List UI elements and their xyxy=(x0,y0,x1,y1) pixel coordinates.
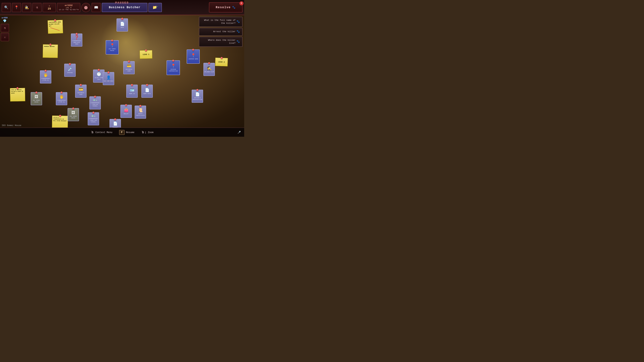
photo1-icon: 🖼 xyxy=(34,95,38,99)
fp-analysis-label: FINGERPRINT ANALYSIS IDEA xyxy=(72,40,82,45)
card-photo-1[interactable]: 🖼 201 GOMEZ HOUSE xyxy=(31,92,42,105)
orlando-label: ORLANDO ELAM xyxy=(204,71,214,73)
zoom-action: 🖱↕ Zoom xyxy=(141,130,154,134)
obj2-text: Arrest the killer xyxy=(213,30,236,33)
side-btn-1[interactable]: ⚗ xyxy=(1,24,9,32)
card-fingerprint-a-1[interactable]: 🖐 FINGERPRINT (TYPE A) xyxy=(40,70,51,83)
note-card-footprints[interactable]: FOOTPRINTS WERE BLOODY KILLER SF? xyxy=(48,20,63,34)
rx-icon: 📄 xyxy=(195,92,200,97)
card-photo-2[interactable]: 🖼 201 GOMEZ HOUSE xyxy=(68,108,79,121)
pin xyxy=(92,112,94,114)
card-jasmine-ward[interactable]: 📍 JASMINE WARD xyxy=(187,49,200,64)
pin xyxy=(108,71,110,73)
context-menu-label: Context Menu xyxy=(96,131,112,134)
card-gomez-house[interactable]: 📍 201 GOMEZ HOUSE xyxy=(106,40,119,54)
pin xyxy=(125,104,127,106)
bc2-label: BUSINESS CARD xyxy=(76,92,86,95)
search-btn[interactable]: 🔍 xyxy=(2,3,11,12)
card-doctors-prescription[interactable]: 📄 DOCTOR'S PRESCRIPTION xyxy=(192,90,203,103)
pin xyxy=(139,105,142,107)
card-wallet[interactable]: 👛 WALLET xyxy=(120,105,132,118)
objective-1[interactable]: What is the full name of the killer? 🐾 xyxy=(199,17,242,27)
card-tenancy-agreement[interactable]: 📄 TENANCY AGREEMENT xyxy=(110,119,121,128)
jasmine-label: JASMINE WARD xyxy=(188,58,198,60)
lead-card-2[interactable]: LEAD 2 xyxy=(215,58,228,66)
photo1-label: 201 GOMEZ HOUSE xyxy=(32,99,41,103)
obj2-pin: 🐾 xyxy=(236,30,240,33)
card-birth-certificate[interactable]: 📜 BIRTH CERTIFICATE xyxy=(135,106,146,119)
note-card-open-on-arrival[interactable]: OPEN ON ARRIVAL KILLER'S POINT OF ENTRY xyxy=(10,88,25,102)
card-fingerprint-a-2[interactable]: 🖐 FINGERPRINT (TYPE A) xyxy=(56,92,67,105)
pin xyxy=(36,91,38,93)
resolve-button[interactable]: Resolve 🐾 3 xyxy=(209,2,242,12)
card-business-card-1[interactable]: 💳 BUSINESS CARD xyxy=(123,61,135,74)
objective-3[interactable]: Where does the killer live? 🐾 xyxy=(199,37,242,47)
rota-label: WORK ROTA xyxy=(144,93,150,94)
location-icon: 📍 xyxy=(110,43,114,48)
bc-icon: 💳 xyxy=(127,64,131,68)
detective-btn[interactable]: 🕵 xyxy=(22,3,31,12)
note-open-arrival-text: OPEN ON ARRIVAL KILLER'S POINT OF ENTRY xyxy=(11,89,23,94)
card-fingerprint-analysis[interactable]: ❓ FINGERPRINT ANALYSIS IDEA xyxy=(71,33,82,46)
zoom-label: Zoom xyxy=(148,131,154,134)
pin xyxy=(208,62,210,64)
fp2-label: FINGERPRINT (TYPE A) xyxy=(57,99,66,103)
folder-btn[interactable]: 📁+ xyxy=(148,3,162,12)
card-seojun-choi[interactable]: 👤 SEO-JUN CHOI xyxy=(103,72,114,85)
time-display: 15:23 THU 01/05/79 xyxy=(59,9,79,11)
mic-btn[interactable]: 🎤 xyxy=(238,131,241,134)
zoom-mouse-icon: 🖱↕ xyxy=(141,130,146,134)
book-btn[interactable]: 📖 xyxy=(92,3,101,12)
folder-icon: 📁+ xyxy=(152,5,158,10)
tenancy-label: TENANCY AGREEMENT xyxy=(110,126,120,128)
pin xyxy=(69,63,71,65)
note-card-murder-weapon[interactable]: MURDER WEAPON xyxy=(42,44,58,58)
card-business-card-2[interactable]: 💳 BUSINESS CARD xyxy=(75,85,86,98)
pin xyxy=(98,69,100,71)
side-btn-2[interactable]: ⚔ xyxy=(1,33,9,41)
obj1-pin: 🐾 xyxy=(236,20,240,24)
mic-icon: 🎤 xyxy=(238,131,241,134)
resume-key[interactable]: F xyxy=(119,130,125,135)
objective-2[interactable]: Arrest the killer 🐾 xyxy=(199,28,242,35)
fp-seojun-label: FINGERPRINT (SEO-JUN COVER) xyxy=(88,118,98,123)
pin xyxy=(72,107,74,109)
context-menu-action: 🖱 Context Menu xyxy=(91,130,112,134)
card-note-top[interactable]: 📄 NOTE xyxy=(116,18,128,31)
card-fingerprint-saliva[interactable]: 👁+ FINGERPRINT (SALIVA COVER) xyxy=(90,96,101,109)
workid-label: WORK ID xyxy=(129,93,135,94)
card-fingerprint-seojun[interactable]: 👁+ FINGERPRINT (SEO-JUN COVER) xyxy=(88,112,99,125)
crimson-label: CRIMSON CORPORATION xyxy=(167,68,179,72)
jasmine-icon: 📍 xyxy=(191,53,196,58)
birth-cert-icon: 📜 xyxy=(138,108,143,113)
card-work-rota[interactable]: 📄 WORK ROTA xyxy=(142,85,153,98)
card-orlando-elam[interactable]: 🕵 ORLANDO ELAM xyxy=(204,63,215,76)
bottom-bar: 🖱 Context Menu F Resume 🖱↕ Zoom 🎤 xyxy=(0,128,244,137)
pin xyxy=(94,96,96,98)
card-syringe[interactable]: 💉 SYRINGE xyxy=(64,64,76,77)
pin xyxy=(121,18,123,20)
fp-saliva-label: FINGERPRINT (SALIVA COVER) xyxy=(90,102,100,107)
pin xyxy=(76,33,78,35)
map-btn[interactable]: 📍 xyxy=(12,3,21,12)
lead-card-1[interactable]: LEAD 1 xyxy=(140,50,152,59)
clock-icon: 🕐 xyxy=(96,72,101,77)
dna-btn[interactable]: ⚗ xyxy=(32,3,42,12)
pin xyxy=(111,39,113,41)
note-card-victim-fingerprints[interactable]: VICTIM'S FINGERPRINTS ON WALL DYING MESS… xyxy=(52,115,68,128)
pin xyxy=(16,87,18,89)
case-id-time: er3332 LVL 4 15:23 THU 01/05/79 xyxy=(57,3,80,12)
photo2-icon: 🖼 xyxy=(72,111,75,115)
pin xyxy=(44,70,46,72)
pin xyxy=(59,115,61,117)
clock-label: ALIBI TIME INFO xyxy=(94,77,104,80)
pin xyxy=(54,19,56,21)
pin xyxy=(50,43,52,45)
circle-btn[interactable]: ⬤ xyxy=(81,3,90,12)
card-work-id[interactable]: 🪪 WORK ID xyxy=(126,85,138,98)
objectives-panel: What is the full name of the killer? 🐾 A… xyxy=(199,17,242,47)
card-crimson-corp[interactable]: 📍 CRIMSON CORPORATION xyxy=(166,60,180,75)
note-victim-fingerprints-text: VICTIM'S FINGERPRINTS ON WALL DYING MESS… xyxy=(53,117,66,121)
bc2-icon: 💳 xyxy=(79,87,83,92)
resume-label: Resume xyxy=(126,131,134,134)
